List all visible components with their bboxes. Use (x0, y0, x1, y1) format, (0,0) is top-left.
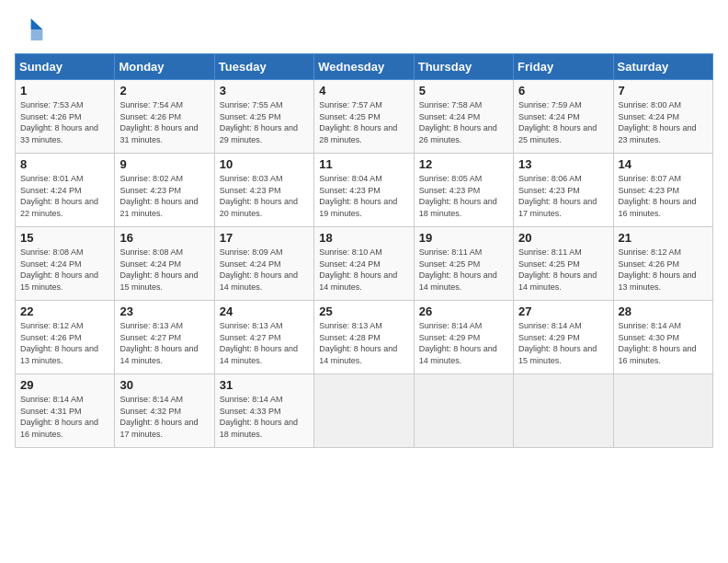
day-info: Sunrise: 7:59 AMSunset: 4:24 PMDaylight:… (518, 99, 608, 145)
day-info: Sunrise: 8:13 AMSunset: 4:27 PMDaylight:… (220, 320, 309, 366)
day-info: Sunrise: 8:12 AMSunset: 4:26 PMDaylight:… (619, 247, 708, 293)
day-number: 18 (319, 231, 408, 245)
calendar-cell: 12Sunrise: 8:05 AMSunset: 4:23 PMDayligh… (414, 154, 513, 227)
calendar-cell: 4Sunrise: 7:57 AMSunset: 4:25 PMDaylight… (314, 80, 414, 154)
day-number: 15 (20, 231, 109, 245)
day-info: Sunrise: 8:13 AMSunset: 4:28 PMDaylight:… (319, 320, 408, 366)
day-info: Sunrise: 8:14 AMSunset: 4:30 PMDaylight:… (619, 320, 708, 366)
day-number: 8 (20, 157, 109, 171)
calendar-cell: 14Sunrise: 8:07 AMSunset: 4:23 PMDayligh… (613, 154, 712, 227)
day-header-friday: Friday (514, 54, 613, 80)
day-info: Sunrise: 7:53 AMSunset: 4:26 PMDaylight:… (20, 99, 109, 145)
day-info: Sunrise: 8:08 AMSunset: 4:24 PMDaylight:… (119, 247, 209, 293)
day-number: 25 (319, 304, 408, 318)
calendar-table: SundayMondayTuesdayWednesdayThursdayFrid… (15, 53, 713, 448)
calendar-cell: 18Sunrise: 8:10 AMSunset: 4:24 PMDayligh… (314, 227, 414, 301)
svg-marker-0 (31, 18, 43, 29)
calendar-cell: 23Sunrise: 8:13 AMSunset: 4:27 PMDayligh… (115, 301, 214, 374)
day-info: Sunrise: 8:00 AMSunset: 4:24 PMDaylight:… (619, 99, 708, 145)
calendar-cell: 8Sunrise: 8:01 AMSunset: 4:24 PMDaylight… (16, 154, 115, 227)
day-number: 1 (20, 84, 109, 98)
day-number: 2 (119, 84, 209, 98)
day-number: 20 (518, 231, 608, 245)
calendar-cell: 9Sunrise: 8:02 AMSunset: 4:23 PMDaylight… (115, 154, 214, 227)
calendar-cell: 6Sunrise: 7:59 AMSunset: 4:24 PMDaylight… (514, 80, 613, 154)
day-info: Sunrise: 8:02 AMSunset: 4:23 PMDaylight:… (119, 173, 209, 219)
day-header-tuesday: Tuesday (214, 54, 313, 80)
calendar-cell: 15Sunrise: 8:08 AMSunset: 4:24 PMDayligh… (16, 227, 115, 301)
day-number: 6 (518, 84, 608, 98)
day-number: 9 (119, 157, 209, 171)
calendar-cell: 21Sunrise: 8:12 AMSunset: 4:26 PMDayligh… (613, 227, 712, 301)
calendar-cell: 16Sunrise: 8:08 AMSunset: 4:24 PMDayligh… (115, 227, 214, 301)
header (15, 15, 713, 44)
day-info: Sunrise: 8:01 AMSunset: 4:24 PMDaylight:… (20, 173, 109, 219)
day-info: Sunrise: 7:57 AMSunset: 4:25 PMDaylight:… (319, 99, 408, 145)
day-number: 12 (419, 157, 508, 171)
day-info: Sunrise: 8:14 AMSunset: 4:29 PMDaylight:… (419, 320, 508, 366)
logo (15, 15, 48, 44)
day-number: 11 (319, 157, 408, 171)
day-info: Sunrise: 8:14 AMSunset: 4:32 PMDaylight:… (119, 394, 209, 440)
calendar-cell: 19Sunrise: 8:11 AMSunset: 4:25 PMDayligh… (414, 227, 513, 301)
day-info: Sunrise: 8:14 AMSunset: 4:33 PMDaylight:… (220, 394, 309, 440)
day-number: 19 (419, 231, 508, 245)
day-info: Sunrise: 8:14 AMSunset: 4:29 PMDaylight:… (518, 320, 608, 366)
day-info: Sunrise: 8:11 AMSunset: 4:25 PMDaylight:… (518, 247, 608, 293)
calendar-cell: 5Sunrise: 7:58 AMSunset: 4:24 PMDaylight… (414, 80, 513, 154)
calendar-cell: 20Sunrise: 8:11 AMSunset: 4:25 PMDayligh… (514, 227, 613, 301)
day-number: 30 (119, 378, 209, 392)
day-number: 14 (619, 157, 708, 171)
day-info: Sunrise: 8:04 AMSunset: 4:23 PMDaylight:… (319, 173, 408, 219)
day-number: 29 (20, 378, 109, 392)
calendar-cell: 27Sunrise: 8:14 AMSunset: 4:29 PMDayligh… (514, 301, 613, 374)
day-info: Sunrise: 8:06 AMSunset: 4:23 PMDaylight:… (518, 173, 608, 219)
calendar-cell: 22Sunrise: 8:12 AMSunset: 4:26 PMDayligh… (16, 301, 115, 374)
calendar-cell: 24Sunrise: 8:13 AMSunset: 4:27 PMDayligh… (214, 301, 313, 374)
day-header-thursday: Thursday (414, 54, 513, 80)
day-info: Sunrise: 8:11 AMSunset: 4:25 PMDaylight:… (419, 247, 508, 293)
svg-marker-1 (31, 29, 43, 40)
day-number: 17 (220, 231, 309, 245)
day-number: 28 (619, 304, 708, 318)
day-info: Sunrise: 8:12 AMSunset: 4:26 PMDaylight:… (20, 320, 109, 366)
calendar-cell (514, 374, 613, 448)
calendar-cell: 29Sunrise: 8:14 AMSunset: 4:31 PMDayligh… (16, 374, 115, 448)
calendar-cell (613, 374, 712, 448)
day-number: 7 (619, 84, 708, 98)
calendar-cell: 10Sunrise: 8:03 AMSunset: 4:23 PMDayligh… (214, 154, 313, 227)
day-number: 31 (220, 378, 309, 392)
day-number: 4 (319, 84, 408, 98)
calendar-cell: 1Sunrise: 7:53 AMSunset: 4:26 PMDaylight… (16, 80, 115, 154)
day-number: 5 (419, 84, 508, 98)
day-info: Sunrise: 8:07 AMSunset: 4:23 PMDaylight:… (619, 173, 708, 219)
day-number: 22 (20, 304, 109, 318)
day-number: 26 (419, 304, 508, 318)
calendar-cell (414, 374, 513, 448)
calendar-cell: 31Sunrise: 8:14 AMSunset: 4:33 PMDayligh… (214, 374, 313, 448)
day-info: Sunrise: 8:14 AMSunset: 4:31 PMDaylight:… (20, 394, 109, 440)
day-info: Sunrise: 8:09 AMSunset: 4:24 PMDaylight:… (220, 247, 309, 293)
day-number: 13 (518, 157, 608, 171)
day-info: Sunrise: 8:10 AMSunset: 4:24 PMDaylight:… (319, 247, 408, 293)
day-number: 16 (119, 231, 209, 245)
calendar-cell: 13Sunrise: 8:06 AMSunset: 4:23 PMDayligh… (514, 154, 613, 227)
day-number: 3 (220, 84, 309, 98)
day-number: 27 (518, 304, 608, 318)
day-info: Sunrise: 8:08 AMSunset: 4:24 PMDaylight:… (20, 247, 109, 293)
day-number: 23 (119, 304, 209, 318)
day-header-monday: Monday (115, 54, 214, 80)
day-header-sunday: Sunday (16, 54, 115, 80)
calendar-cell: 28Sunrise: 8:14 AMSunset: 4:30 PMDayligh… (613, 301, 712, 374)
day-number: 10 (220, 157, 309, 171)
calendar-cell: 3Sunrise: 7:55 AMSunset: 4:25 PMDaylight… (214, 80, 313, 154)
calendar-cell (314, 374, 414, 448)
calendar-cell: 25Sunrise: 8:13 AMSunset: 4:28 PMDayligh… (314, 301, 414, 374)
day-number: 21 (619, 231, 708, 245)
calendar-cell: 30Sunrise: 8:14 AMSunset: 4:32 PMDayligh… (115, 374, 214, 448)
calendar-cell: 11Sunrise: 8:04 AMSunset: 4:23 PMDayligh… (314, 154, 414, 227)
day-info: Sunrise: 8:05 AMSunset: 4:23 PMDaylight:… (419, 173, 508, 219)
day-info: Sunrise: 7:55 AMSunset: 4:25 PMDaylight:… (220, 99, 309, 145)
calendar-cell: 17Sunrise: 8:09 AMSunset: 4:24 PMDayligh… (214, 227, 313, 301)
logo-icon (15, 15, 44, 44)
